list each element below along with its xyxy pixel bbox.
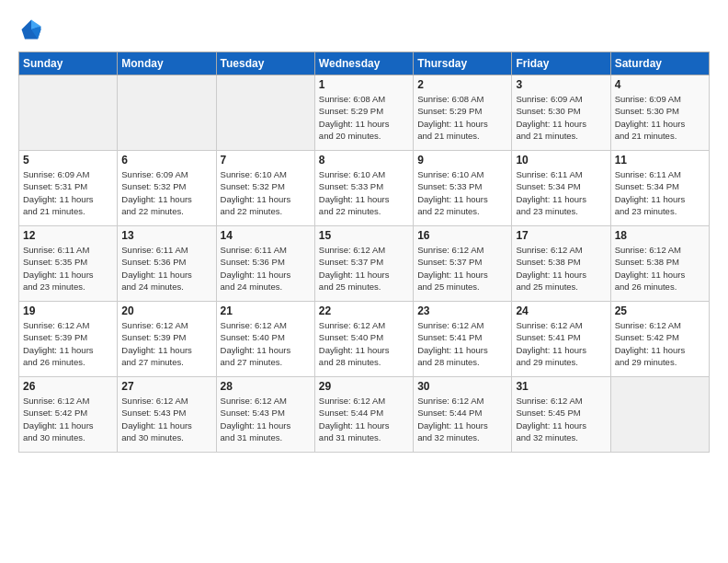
cell-text: Sunset: 5:40 PM <box>221 331 311 343</box>
cell-text: Sunrise: 6:12 AM <box>516 395 606 407</box>
cell-text: Sunrise: 6:11 AM <box>121 244 211 256</box>
cell-text: Daylight: 11 hours <box>221 419 311 431</box>
day-number: 1 <box>319 78 409 91</box>
day-number: 27 <box>121 380 211 393</box>
cell-text: and 25 minutes. <box>319 281 409 293</box>
header <box>18 17 710 42</box>
day-number: 28 <box>221 380 311 393</box>
day-number: 14 <box>221 229 311 242</box>
calendar-cell: 10Sunrise: 6:11 AMSunset: 5:34 PMDayligh… <box>512 151 610 226</box>
cell-text: Sunrise: 6:12 AM <box>319 244 409 256</box>
cell-text: Sunrise: 6:11 AM <box>221 244 311 256</box>
calendar-cell: 31Sunrise: 6:12 AMSunset: 5:45 PMDayligh… <box>512 377 610 453</box>
calendar-cell: 28Sunrise: 6:12 AMSunset: 5:43 PMDayligh… <box>216 377 314 453</box>
cell-text: Daylight: 11 hours <box>221 269 311 281</box>
cell-text: Sunrise: 6:11 AM <box>23 244 113 256</box>
cell-text: and 28 minutes. <box>319 356 409 368</box>
logo <box>18 17 48 42</box>
day-number: 2 <box>417 78 507 91</box>
cell-text: Sunset: 5:45 PM <box>516 407 606 419</box>
cell-text: Sunset: 5:30 PM <box>615 105 705 117</box>
calendar-cell: 25Sunrise: 6:12 AMSunset: 5:42 PMDayligh… <box>610 302 709 377</box>
cell-text: and 22 minutes. <box>319 205 409 217</box>
weekday-header-sunday: Sunday <box>19 52 118 75</box>
calendar-cell: 16Sunrise: 6:12 AMSunset: 5:37 PMDayligh… <box>414 226 512 302</box>
cell-text: Sunset: 5:40 PM <box>319 331 409 343</box>
logo-icon <box>18 17 44 42</box>
cell-text: and 23 minutes. <box>516 205 606 217</box>
cell-text: and 26 minutes. <box>615 281 705 293</box>
cell-text: Daylight: 11 hours <box>417 118 507 130</box>
cell-text: and 24 minutes. <box>221 281 311 293</box>
day-number: 25 <box>615 304 705 317</box>
cell-text: and 29 minutes. <box>615 356 705 368</box>
cell-text: Sunrise: 6:11 AM <box>615 168 705 180</box>
day-number: 23 <box>417 304 507 317</box>
cell-text: Sunrise: 6:12 AM <box>417 319 507 331</box>
cell-text: Sunrise: 6:12 AM <box>23 395 113 407</box>
calendar-cell: 29Sunrise: 6:12 AMSunset: 5:44 PMDayligh… <box>314 377 413 453</box>
calendar-cell: 24Sunrise: 6:12 AMSunset: 5:41 PMDayligh… <box>512 302 610 377</box>
cell-text: Daylight: 11 hours <box>417 269 507 281</box>
week-row-2: 5Sunrise: 6:09 AMSunset: 5:31 PMDaylight… <box>19 151 710 226</box>
week-row-1: 1Sunrise: 6:08 AMSunset: 5:29 PMDaylight… <box>19 75 710 151</box>
cell-text: Sunset: 5:36 PM <box>121 256 211 268</box>
cell-text: Sunrise: 6:12 AM <box>319 319 409 331</box>
calendar-cell: 15Sunrise: 6:12 AMSunset: 5:37 PMDayligh… <box>314 226 413 302</box>
calendar-cell: 8Sunrise: 6:10 AMSunset: 5:33 PMDaylight… <box>314 151 413 226</box>
cell-text: Sunrise: 6:12 AM <box>417 244 507 256</box>
calendar-cell: 17Sunrise: 6:12 AMSunset: 5:38 PMDayligh… <box>512 226 610 302</box>
cell-text: Sunrise: 6:12 AM <box>221 395 311 407</box>
calendar: SundayMondayTuesdayWednesdayThursdayFrid… <box>18 52 710 453</box>
calendar-cell: 13Sunrise: 6:11 AMSunset: 5:36 PMDayligh… <box>118 226 216 302</box>
cell-text: Sunset: 5:44 PM <box>319 407 409 419</box>
cell-text: Sunrise: 6:10 AM <box>319 168 409 180</box>
cell-text: Sunrise: 6:09 AM <box>121 168 211 180</box>
cell-text: Sunset: 5:39 PM <box>121 331 211 343</box>
weekday-header-row: SundayMondayTuesdayWednesdayThursdayFrid… <box>19 52 710 75</box>
cell-text: Sunrise: 6:09 AM <box>615 93 705 105</box>
calendar-cell: 30Sunrise: 6:12 AMSunset: 5:44 PMDayligh… <box>414 377 512 453</box>
cell-text: Daylight: 11 hours <box>121 344 211 356</box>
cell-text: Sunset: 5:33 PM <box>319 180 409 192</box>
cell-text: and 27 minutes. <box>221 356 311 368</box>
cell-text: Sunset: 5:33 PM <box>417 180 507 192</box>
calendar-cell: 4Sunrise: 6:09 AMSunset: 5:30 PMDaylight… <box>610 75 709 151</box>
cell-text: Sunset: 5:42 PM <box>23 407 113 419</box>
cell-text: and 23 minutes. <box>615 205 705 217</box>
cell-text: Sunrise: 6:12 AM <box>221 319 311 331</box>
cell-text: Sunrise: 6:12 AM <box>23 319 113 331</box>
cell-text: Sunset: 5:39 PM <box>23 331 113 343</box>
cell-text: Sunset: 5:41 PM <box>417 331 507 343</box>
weekday-header-saturday: Saturday <box>610 52 709 75</box>
day-number: 12 <box>23 229 113 242</box>
cell-text: Sunset: 5:44 PM <box>417 407 507 419</box>
day-number: 15 <box>319 229 409 242</box>
week-row-5: 26Sunrise: 6:12 AMSunset: 5:42 PMDayligh… <box>19 377 710 453</box>
cell-text: Daylight: 11 hours <box>319 193 409 205</box>
cell-text: and 21 minutes. <box>615 130 705 142</box>
cell-text: Daylight: 11 hours <box>121 419 211 431</box>
calendar-cell: 5Sunrise: 6:09 AMSunset: 5:31 PMDaylight… <box>19 151 118 226</box>
cell-text: Daylight: 11 hours <box>417 344 507 356</box>
cell-text: Daylight: 11 hours <box>417 193 507 205</box>
cell-text: Sunrise: 6:12 AM <box>417 395 507 407</box>
day-number: 11 <box>615 154 705 167</box>
day-number: 22 <box>319 304 409 317</box>
cell-text: Sunrise: 6:12 AM <box>121 395 211 407</box>
cell-text: and 22 minutes. <box>121 205 211 217</box>
cell-text: Sunset: 5:37 PM <box>417 256 507 268</box>
cell-text: and 22 minutes. <box>417 205 507 217</box>
cell-text: Sunrise: 6:10 AM <box>221 168 311 180</box>
calendar-cell: 3Sunrise: 6:09 AMSunset: 5:30 PMDaylight… <box>512 75 610 151</box>
cell-text: and 21 minutes. <box>23 205 113 217</box>
calendar-cell <box>118 75 216 151</box>
week-row-3: 12Sunrise: 6:11 AMSunset: 5:35 PMDayligh… <box>19 226 710 302</box>
calendar-cell: 18Sunrise: 6:12 AMSunset: 5:38 PMDayligh… <box>610 226 709 302</box>
cell-text: and 32 minutes. <box>417 431 507 443</box>
cell-text: and 23 minutes. <box>23 281 113 293</box>
day-number: 4 <box>615 78 705 91</box>
cell-text: Daylight: 11 hours <box>417 419 507 431</box>
cell-text: Sunset: 5:42 PM <box>615 331 705 343</box>
day-number: 19 <box>23 304 113 317</box>
